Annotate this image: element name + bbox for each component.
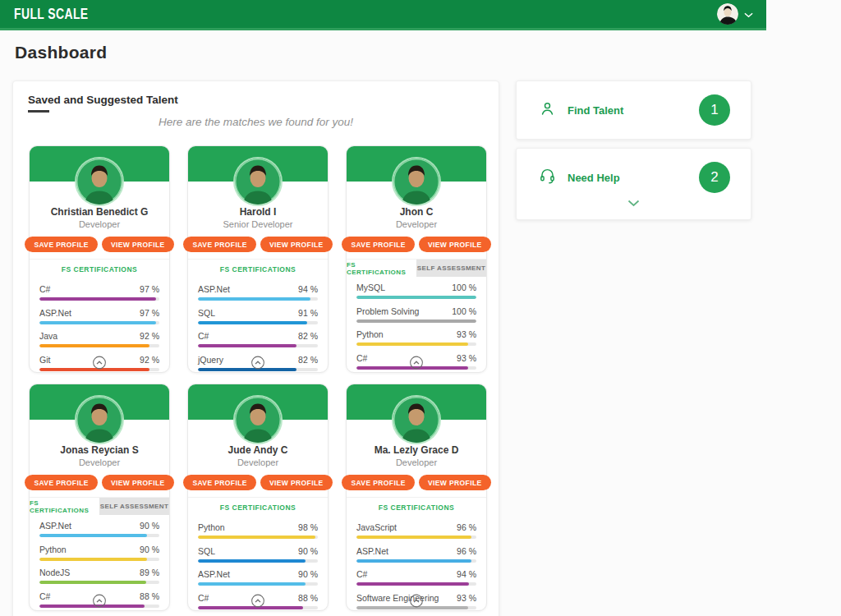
fs-certifications-label: FS CERTIFICATIONS: [188, 498, 328, 517]
view-profile-button[interactable]: VIEW PROFILE: [260, 237, 333, 252]
profile-buttons: SAVE PROFILE VIEW PROFILE: [30, 237, 169, 252]
skill-percent: 88 %: [140, 591, 159, 601]
profile-buttons: SAVE PROFILE VIEW PROFILE: [347, 237, 486, 252]
skill-percent: 98 %: [298, 522, 318, 532]
talent-name: Jhon C: [347, 206, 486, 218]
skill-bar-fill: [39, 534, 147, 537]
skill-bar-fill: [198, 297, 310, 301]
need-help-expand-chevron-icon[interactable]: [517, 200, 751, 207]
collapse-card-button[interactable]: [93, 356, 107, 370]
skill-label: jQuery: [198, 355, 223, 365]
skill-bar-track: [356, 559, 476, 563]
talent-title: Developer: [347, 219, 486, 229]
tab-self-assessment[interactable]: SELF ASSESSMENT: [416, 260, 486, 277]
view-profile-button[interactable]: VIEW PROFILE: [419, 475, 491, 490]
profile-buttons: SAVE PROFILE VIEW PROFILE: [188, 237, 328, 252]
skill-bar-track: [39, 558, 159, 561]
save-profile-button[interactable]: SAVE PROFILE: [25, 475, 98, 490]
skill-percent: 90 %: [298, 569, 318, 579]
top-navbar: FULL SCALE: [0, 0, 766, 30]
talent-avatar: [76, 159, 122, 205]
skill-label: JavaScript: [356, 522, 397, 532]
skills-section: FS CERTIFICATIONS SELF ASSESSMENT FS CER…: [30, 497, 169, 608]
talent-avatar: [76, 397, 122, 443]
skill-bar-track: [198, 559, 318, 563]
skill-percent: 91 %: [298, 308, 318, 318]
skill-label: C#: [198, 593, 209, 603]
skill-bar-fill: [39, 581, 146, 584]
view-profile-button[interactable]: VIEW PROFILE: [260, 475, 333, 490]
fs-certifications-label: FS CERTIFICATIONS: [188, 260, 328, 278]
find-talent-label[interactable]: Find Talent: [568, 104, 623, 117]
skill-label: Python: [356, 329, 384, 339]
save-profile-button[interactable]: SAVE PROFILE: [25, 237, 98, 252]
tab-fs-certifications[interactable]: FS CERTIFICATIONS: [347, 260, 416, 277]
skill-percent: 93 %: [457, 353, 476, 363]
skill-bar-fill: [39, 297, 156, 301]
skill-percent: 92 %: [140, 331, 159, 341]
tab-fs-certifications[interactable]: FS CERTIFICATIONS: [30, 498, 99, 515]
collapse-card-button[interactable]: [410, 356, 424, 370]
skills-section: FS CERTIFICATIONS SELF ASSESSMENT FS CER…: [347, 497, 486, 609]
skill-row: Python 90 %: [39, 545, 159, 561]
fullscale-logo[interactable]: FULL SCALE: [14, 5, 89, 23]
skill-bar-fill: [356, 536, 471, 539]
skill-row: Java 92 %: [39, 331, 159, 347]
save-profile-button[interactable]: SAVE PROFILE: [183, 475, 256, 490]
view-profile-button[interactable]: VIEW PROFILE: [102, 475, 174, 490]
skill-row: ASP.Net 90 %: [198, 569, 318, 586]
skill-percent: 100 %: [452, 283, 476, 292]
save-profile-button[interactable]: SAVE PROFILE: [342, 475, 415, 490]
collapse-card-button[interactable]: [93, 594, 107, 608]
skill-bar-track: [198, 536, 318, 539]
skill-label: C#: [356, 353, 367, 363]
fs-certifications-label: FS CERTIFICATIONS: [30, 260, 169, 278]
skill-label: C#: [39, 591, 50, 601]
talent-title: Senior Developer: [188, 219, 328, 229]
user-menu-chevron-icon[interactable]: [744, 7, 753, 21]
skill-row: NodeJS 89 %: [39, 568, 159, 584]
need-help-panel[interactable]: Need Help 2: [516, 148, 751, 220]
skill-bar-track: [356, 342, 476, 346]
talent-title: Developer: [30, 457, 169, 467]
talent-card: Jhon C Developer SAVE PROFILE VIEW PROFI…: [346, 145, 487, 373]
skill-label: ASP.Net: [39, 521, 71, 531]
skill-label: Python: [39, 545, 67, 554]
skill-row: MySQL 100 %: [356, 283, 476, 299]
collapse-card-button[interactable]: [410, 594, 424, 608]
user-avatar[interactable]: [717, 3, 738, 25]
view-profile-button[interactable]: VIEW PROFILE: [419, 237, 491, 252]
panel-subtitle: Here are the matches we found for you!: [13, 116, 499, 128]
skill-percent: 100 %: [452, 306, 476, 316]
skill-label: C#: [356, 569, 367, 579]
talent-card: Jude Andy C Developer SAVE PROFILE VIEW …: [187, 384, 329, 611]
collapse-card-button[interactable]: [251, 594, 265, 608]
skill-bar-track: [39, 581, 159, 584]
skill-label: Python: [198, 522, 225, 532]
skill-row: ASP.Net 90 %: [39, 521, 159, 537]
skill-label: Java: [39, 331, 57, 341]
skill-percent: 97 %: [140, 308, 159, 318]
save-profile-button[interactable]: SAVE PROFILE: [183, 237, 256, 252]
skill-tabs: FS CERTIFICATIONS SELF ASSESSMENT: [30, 498, 169, 515]
skill-row: SQL 90 %: [198, 546, 318, 563]
need-help-label[interactable]: Need Help: [568, 172, 620, 184]
skill-row: Python 98 %: [198, 522, 318, 539]
user-menu[interactable]: [717, 3, 753, 25]
talent-name: Harold I: [188, 206, 328, 218]
tab-self-assessment[interactable]: SELF ASSESSMENT: [99, 498, 169, 515]
skill-percent: 93 %: [457, 329, 476, 339]
skill-bar-track: [198, 344, 318, 347]
talent-avatar: [393, 159, 439, 205]
skill-row: Problem Solving 100 %: [356, 306, 476, 323]
find-talent-panel[interactable]: Find Talent 1: [516, 80, 751, 140]
save-profile-button[interactable]: SAVE PROFILE: [342, 237, 415, 252]
skill-bar-fill: [356, 559, 471, 563]
skill-bar-fill: [198, 321, 307, 324]
skill-percent: 90 %: [140, 545, 159, 554]
collapse-card-button[interactable]: [251, 356, 265, 370]
skill-bar-track: [356, 582, 476, 586]
skill-percent: 94 %: [457, 569, 476, 579]
view-profile-button[interactable]: VIEW PROFILE: [102, 237, 174, 252]
talent-title: Developer: [188, 457, 328, 467]
